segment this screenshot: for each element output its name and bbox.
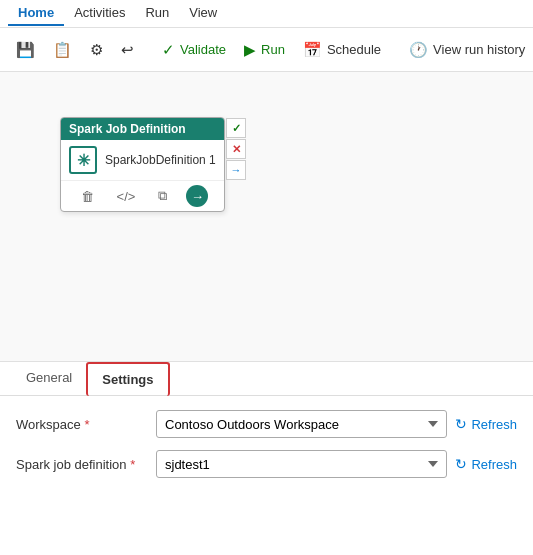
node-check-btn[interactable]: ✓ — [226, 118, 246, 138]
play-icon: ▶ — [244, 41, 256, 59]
workspace-label: Workspace * — [16, 417, 146, 432]
settings-button[interactable]: ⚙ — [82, 37, 111, 63]
menu-bar: Home Activities Run View — [0, 0, 533, 28]
workspace-row: Workspace * Contoso Outdoors Workspace ↻… — [16, 410, 517, 438]
view-run-history-button[interactable]: 🕐 View run history — [401, 37, 533, 63]
code-action[interactable]: </> — [113, 187, 140, 206]
spark-job-definition-label: Spark job definition * — [16, 457, 146, 472]
settings-form: Workspace * Contoso Outdoors Workspace ↻… — [0, 396, 533, 492]
calendar-icon: 📅 — [303, 41, 322, 59]
go-action[interactable]: → — [186, 185, 208, 207]
tab-settings[interactable]: Settings — [86, 362, 169, 396]
canvas-area: Spark Job Definition ✓ ✕ → ✳ SparkJobDef… — [0, 72, 533, 362]
spark-job-definition-refresh-button[interactable]: ↻ Refresh — [455, 456, 517, 472]
undo-icon: ↩ — [121, 41, 134, 59]
spark-node-name-label: SparkJobDefinition 1 — [105, 153, 216, 167]
gear-icon: ⚙ — [90, 41, 103, 59]
history-icon: 🕐 — [409, 41, 428, 59]
spark-job-definition-select[interactable]: sjdtest1 — [156, 450, 447, 478]
menu-view[interactable]: View — [179, 1, 227, 26]
node-side-buttons: ✓ ✕ → — [226, 118, 246, 180]
undo-button[interactable]: ↩ — [113, 37, 142, 63]
menu-run[interactable]: Run — [135, 1, 179, 26]
copy-icon: 📋 — [53, 41, 72, 59]
bottom-panel: General Settings Workspace * Contoso Out… — [0, 362, 533, 492]
menu-home[interactable]: Home — [8, 1, 64, 26]
workspace-select[interactable]: Contoso Outdoors Workspace — [156, 410, 447, 438]
spark-job-definition-control-group: sjdtest1 ↻ Refresh — [156, 450, 517, 478]
tab-general[interactable]: General — [12, 362, 86, 395]
spark-node-header: Spark Job Definition ✓ ✕ → — [61, 118, 224, 140]
spark-job-icon: ✳ — [69, 146, 97, 174]
spark-job-node[interactable]: Spark Job Definition ✓ ✕ → ✳ SparkJobDef… — [60, 117, 225, 212]
workspace-required: * — [84, 417, 89, 432]
menu-activities[interactable]: Activities — [64, 1, 135, 26]
spark-job-refresh-icon: ↻ — [455, 456, 467, 472]
validate-icon: ✓ — [162, 41, 175, 59]
node-close-btn[interactable]: ✕ — [226, 139, 246, 159]
copy-button[interactable]: 📋 — [45, 37, 80, 63]
run-button[interactable]: ▶ Run — [236, 37, 293, 63]
save-button[interactable]: 💾 — [8, 37, 43, 63]
tabs-bar: General Settings — [0, 362, 533, 396]
save-icon: 💾 — [16, 41, 35, 59]
schedule-button[interactable]: 📅 Schedule — [295, 37, 389, 63]
spark-node-body: ✳ SparkJobDefinition 1 — [61, 140, 224, 180]
toolbar: 💾 📋 ⚙ ↩ ✓ Validate ▶ Run 📅 Schedule 🕐 Vi… — [0, 28, 533, 72]
validate-button[interactable]: ✓ Validate — [154, 37, 234, 63]
delete-action[interactable]: 🗑 — [77, 187, 98, 206]
spark-job-definition-row: Spark job definition * sjdtest1 ↻ Refres… — [16, 450, 517, 478]
workspace-refresh-icon: ↻ — [455, 416, 467, 432]
workspace-control-group: Contoso Outdoors Workspace ↻ Refresh — [156, 410, 517, 438]
copy-action[interactable]: ⧉ — [154, 186, 171, 206]
spark-node-actions: 🗑 </> ⧉ → — [61, 180, 224, 211]
workspace-refresh-button[interactable]: ↻ Refresh — [455, 416, 517, 432]
spark-job-required: * — [130, 457, 135, 472]
node-arrow-btn[interactable]: → — [226, 160, 246, 180]
